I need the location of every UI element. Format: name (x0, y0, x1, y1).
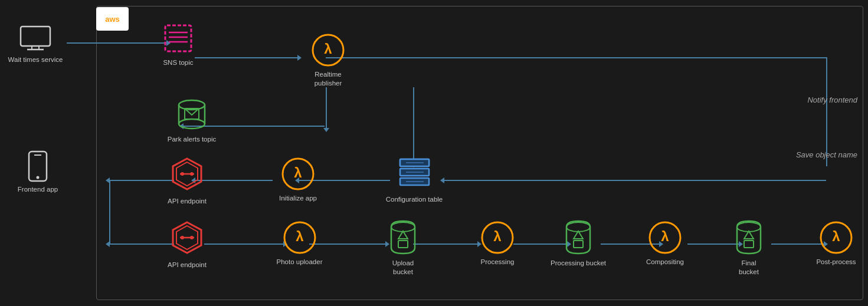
frontend-app-label: Frontend app (18, 185, 58, 194)
svg-text:λ: λ (296, 228, 303, 244)
svg-text:λ: λ (661, 228, 669, 244)
final-bucket-label: Finalbucket (739, 259, 759, 277)
lambda-photo-icon: λ (282, 220, 317, 255)
park-alerts-node: Park alerts topic (159, 94, 224, 144)
svg-text:λ: λ (832, 228, 840, 244)
post-process-label: Post-process (816, 258, 856, 266)
park-alerts-label: Park alerts topic (168, 135, 216, 144)
compositing-node: λ Compositing (638, 220, 692, 266)
realtime-publisher-node: λ Realtimepublisher (299, 32, 358, 88)
notify-frontend-annotation: Notify frontend (807, 96, 857, 104)
sns-topic-label: SNS topic (163, 58, 193, 67)
svg-rect-50 (744, 241, 754, 248)
svg-point-34 (181, 236, 184, 239)
lambda-processing-icon: λ (480, 220, 515, 255)
upload-bucket-label: Uploadbucket (392, 259, 414, 277)
svg-rect-40 (398, 241, 408, 248)
svg-point-20 (181, 172, 184, 176)
processing-bucket-icon (561, 218, 596, 256)
frontend-app-node: Frontend app (8, 150, 67, 194)
post-process-node: λ Post-process (810, 220, 863, 266)
svg-text:λ: λ (294, 164, 302, 180)
arrow-config-down (413, 87, 414, 164)
photo-uploader-node: λ Photo uploader (271, 220, 327, 266)
realtime-publisher-label: Realtimepublisher (315, 70, 342, 88)
upload-bucket-node: Uploadbucket (376, 218, 430, 277)
upload-bucket-icon (385, 218, 421, 256)
arrow-realtime-down (326, 87, 327, 129)
arrow-notify-top (326, 57, 827, 58)
svg-text:λ: λ (493, 228, 501, 244)
sns-icon (161, 21, 196, 56)
wait-times-service-node: Wait times service (6, 24, 65, 64)
svg-point-15 (179, 119, 205, 129)
processing-label: Processing (481, 258, 515, 266)
arrow-frontend-v-line (109, 180, 110, 245)
diagram-container: aws Wait times service Frontend app (0, 0, 868, 306)
dynamodb-icon (395, 154, 434, 193)
svg-rect-6 (165, 25, 191, 51)
svg-point-4 (37, 176, 40, 179)
save-object-name-annotation: Save object name (796, 150, 857, 159)
arrow-save-to-config (444, 180, 826, 181)
processing-bucket-node: Processing bucket (549, 218, 608, 268)
svg-rect-0 (21, 27, 50, 46)
api-bottom-icon (169, 220, 205, 258)
wait-times-label: Wait times service (8, 55, 63, 64)
svg-text:λ: λ (324, 41, 332, 57)
final-bucket-node: Finalbucket (722, 218, 775, 277)
svg-point-21 (190, 172, 194, 176)
api-top-icon (169, 156, 205, 195)
lambda-compositing-icon: λ (647, 220, 683, 255)
svg-point-35 (190, 236, 194, 239)
sns-topic-node: SNS topic (149, 21, 208, 67)
processing-bucket-label: Processing bucket (551, 259, 606, 268)
api-top-label: API endpoint (168, 197, 207, 206)
compositing-label: Compositing (646, 258, 684, 266)
park-alerts-icon (174, 94, 209, 133)
lambda-init-icon: λ (280, 156, 316, 192)
aws-logo: aws (96, 7, 129, 31)
processing-node: λ Processing (471, 220, 524, 266)
final-bucket-icon (731, 218, 767, 256)
initialize-app-node: λ Initialize app (271, 156, 325, 203)
monitor-icon (18, 24, 53, 53)
initialize-app-label: Initialize app (279, 194, 317, 203)
lambda-post-icon: λ (818, 220, 854, 255)
api-endpoint-top-node: API endpoint (161, 156, 214, 206)
phone-icon (26, 150, 50, 183)
arrow-sns-to-realtime (195, 57, 298, 58)
api-bottom-label: API endpoint (168, 261, 207, 269)
lambda-realtime-icon: λ (310, 32, 346, 68)
photo-uploader-label: Photo uploader (276, 258, 322, 266)
svg-rect-45 (574, 241, 583, 248)
api-endpoint-bottom-node: API endpoint (161, 220, 214, 269)
configuration-table-node: Configuration table (382, 154, 447, 204)
configuration-table-label: Configuration table (386, 195, 443, 204)
